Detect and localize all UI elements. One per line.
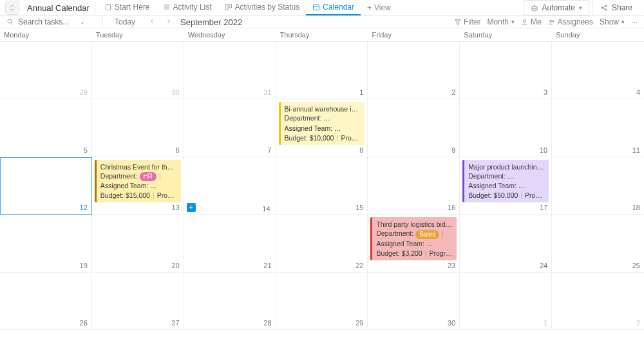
calendar-day-cell[interactable]: 4: [552, 42, 644, 99]
calendar-day-cell[interactable]: 29: [0, 42, 92, 99]
calendar-day-cell[interactable]: 1: [460, 273, 552, 330]
event-team-row: Assigned Team: Team Beta|: [285, 124, 361, 133]
calendar-day-cell[interactable]: 15: [276, 157, 368, 215]
calendar-day-cell[interactable]: 3: [460, 42, 552, 99]
me-button[interactable]: Me: [521, 17, 542, 26]
calendar-icon: [312, 3, 320, 11]
calendar-weekday-header: MondayTuesdayWednesdayThursdayFridaySatu…: [0, 28, 644, 42]
workspace-settings-button[interactable]: [5, 1, 19, 15]
sparkle-icon: [8, 4, 16, 12]
tab-calendar[interactable]: Calendar: [306, 0, 361, 15]
calendar-day-cell[interactable]: 5: [0, 99, 92, 157]
event-card[interactable]: Major product launching in New York City…: [462, 160, 549, 202]
assignees-button[interactable]: Assignees: [548, 17, 593, 26]
more-options-button[interactable]: ···: [631, 17, 638, 26]
day-number: 9: [370, 145, 457, 154]
calendar-day-cell[interactable]: 31: [184, 42, 276, 99]
show-button[interactable]: Show ▾: [600, 17, 625, 26]
range-button[interactable]: Month ▾: [488, 17, 515, 26]
filter-button[interactable]: Filter: [454, 17, 481, 26]
event-budget-row: Budget: $3,200|Progress: 60%: [376, 249, 453, 258]
calendar-day-cell[interactable]: 29: [276, 273, 368, 330]
calendar-day-cell[interactable]: 1: [276, 42, 368, 99]
assignees-label: Assignees: [558, 17, 593, 26]
calendar-day-cell[interactable]: 6: [92, 99, 184, 157]
day-number: 7: [187, 145, 273, 154]
share-button[interactable]: Share: [592, 1, 639, 15]
day-number: 13: [95, 202, 181, 211]
team-pill: Team Beta: [334, 124, 361, 133]
budget-value: $10,000: [310, 134, 334, 142]
weekday-label: Tuesday: [92, 28, 184, 41]
day-number: 19: [3, 260, 89, 269]
search-box[interactable]: ⌄: [6, 17, 103, 26]
tab-activities-by-status[interactable]: Activities by Status: [218, 0, 307, 15]
day-number: 26: [3, 318, 89, 327]
calendar-day-cell[interactable]: Christmas Event for the Team MembersDepa…: [92, 157, 184, 215]
calendar-day-cell[interactable]: 21: [184, 215, 276, 272]
add-view-button[interactable]: + View: [361, 0, 397, 15]
department-pill: HR: [140, 172, 156, 181]
current-month-label: September 2022: [180, 17, 242, 27]
calendar-day-cell[interactable]: 25: [552, 215, 644, 272]
day-number: 6: [95, 145, 181, 154]
chevron-down-icon: ▾: [579, 5, 582, 11]
me-label: Me: [531, 17, 542, 26]
calendar-day-cell[interactable]: 26: [0, 273, 92, 330]
calendar-day-cell[interactable]: 2: [552, 273, 644, 330]
calendar-day-cell[interactable]: 24: [460, 215, 552, 272]
calendar-day-cell[interactable]: 11: [552, 99, 644, 157]
search-input[interactable]: [18, 17, 76, 26]
day-number: 30: [95, 87, 181, 96]
calendar-day-cell[interactable]: 7: [184, 99, 276, 157]
calendar-day-cell[interactable]: 28: [184, 273, 276, 330]
today-button[interactable]: Today: [109, 16, 140, 28]
event-team-row: Assigned Team: Team Chi|: [376, 239, 453, 249]
calendar-day-cell[interactable]: 16: [368, 157, 460, 215]
calendar-day-cell[interactable]: Bi-annual warehouse inventory for spare …: [276, 99, 368, 157]
calendar-day-cell[interactable]: 2: [368, 42, 460, 99]
top-toolbar: Annual Calendar Start Here Activity List…: [0, 0, 644, 16]
calendar-day-cell[interactable]: 10: [460, 99, 552, 157]
calendar-day-cell[interactable]: 12: [0, 157, 92, 215]
team-pill: Team Alpha: [518, 182, 545, 191]
day-number: 23: [370, 260, 457, 269]
calendar-day-cell[interactable]: 19: [0, 215, 92, 272]
day-number: 27: [95, 318, 181, 327]
event-card[interactable]: Bi-annual warehouse inventory for spare …: [279, 102, 365, 144]
calendar-day-cell[interactable]: Major product launching in New York City…: [460, 157, 552, 215]
add-event-button[interactable]: +: [187, 203, 196, 212]
tab-label: Calendar: [323, 3, 354, 12]
tab-start-here[interactable]: Start Here: [98, 0, 156, 15]
chevron-down-icon: ▾: [621, 19, 625, 25]
day-number: 16: [370, 202, 457, 211]
calendar-day-cell[interactable]: 9: [368, 99, 460, 157]
svg-line-15: [603, 6, 605, 8]
event-title: Third party logistics bidding activity: [376, 220, 453, 229]
calendar-day-cell[interactable]: 20: [92, 215, 184, 272]
event-card[interactable]: Third party logistics bidding activityDe…: [370, 217, 457, 260]
next-month-button[interactable]: [164, 17, 174, 26]
calendar-day-cell[interactable]: 22: [276, 215, 368, 272]
event-department-row: Department: Operations|: [285, 113, 361, 123]
weekday-label: Saturday: [460, 28, 552, 41]
chevron-down-icon[interactable]: ⌄: [80, 19, 85, 25]
event-team-row: Assigned Team: Team Delta|: [100, 181, 177, 191]
calendar-day-cell[interactable]: 30: [368, 273, 460, 330]
person-icon: [521, 19, 528, 26]
range-label: Month: [488, 17, 509, 26]
prev-month-button[interactable]: [147, 17, 157, 26]
calendar-day-cell[interactable]: 27: [92, 273, 184, 330]
automate-button[interactable]: Automate ▾: [524, 0, 589, 15]
tab-activity-list[interactable]: Activity List: [156, 0, 218, 15]
svg-rect-4: [225, 5, 228, 10]
svg-point-17: [8, 19, 12, 23]
calendar-day-cell[interactable]: Third party logistics bidding activityDe…: [368, 215, 460, 272]
calendar-day-cell[interactable]: 18: [552, 157, 644, 215]
share-icon: [600, 4, 608, 12]
svg-rect-0: [106, 5, 110, 10]
calendar-day-cell[interactable]: 14+: [184, 157, 276, 215]
calendar-day-cell[interactable]: 30: [92, 42, 184, 99]
svg-point-14: [605, 9, 607, 10]
event-card[interactable]: Christmas Event for the Team MembersDepa…: [95, 160, 181, 202]
